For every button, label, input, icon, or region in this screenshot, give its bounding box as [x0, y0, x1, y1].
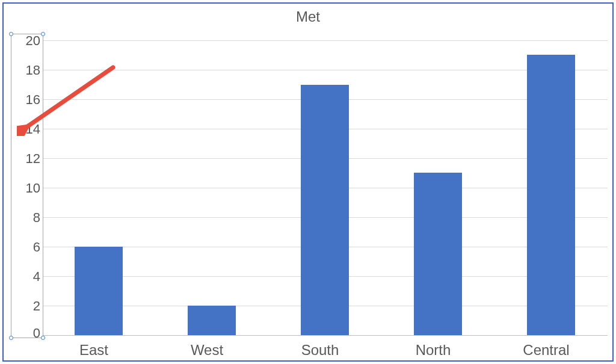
- x-axis-category: Central: [510, 342, 582, 359]
- chart-frame[interactable]: Met 20 18 16 14 12 10 8 6 4 2 0: [2, 2, 614, 362]
- y-axis-tick: 2: [11, 300, 40, 313]
- x-axis-category: East: [58, 342, 130, 359]
- y-axis-tick: 16: [11, 93, 40, 106]
- plot-area[interactable]: [43, 34, 608, 338]
- y-axis-tick: 18: [11, 64, 40, 77]
- bar-central[interactable]: [527, 55, 575, 335]
- y-axis-tick: 0: [11, 327, 40, 340]
- bar-south[interactable]: [301, 85, 349, 335]
- y-axis-tick: 10: [11, 182, 40, 195]
- y-axis-tick: 20: [11, 34, 40, 48]
- axis-baseline: [43, 335, 608, 336]
- chart-title: Met: [4, 8, 612, 25]
- y-axis-tick: 8: [11, 211, 40, 224]
- gridline: [43, 40, 608, 41]
- x-axis-category: North: [397, 342, 469, 359]
- gridline: [43, 70, 608, 70]
- bar-west[interactable]: [188, 306, 236, 335]
- y-axis-selection-box[interactable]: 20 18 16 14 12 10 8 6 4 2 0: [11, 34, 43, 338]
- y-axis-tick: 12: [11, 152, 40, 165]
- y-axis-tick: 4: [11, 270, 40, 283]
- x-axis-category: South: [284, 342, 356, 359]
- y-axis-tick: 6: [11, 241, 40, 254]
- bar-north[interactable]: [414, 173, 462, 335]
- x-axis-category: West: [171, 342, 243, 359]
- y-axis-tick: 14: [11, 123, 40, 136]
- bar-east[interactable]: [75, 247, 123, 335]
